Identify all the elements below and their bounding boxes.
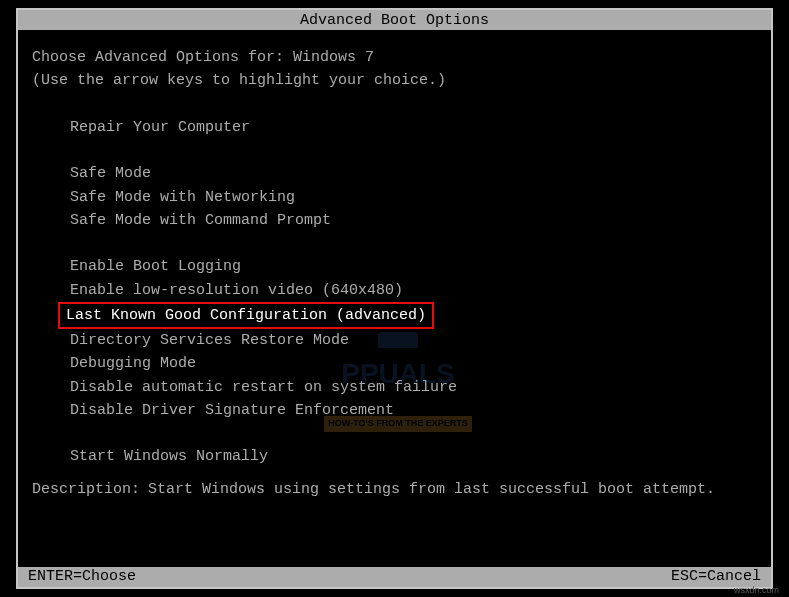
option-safe-mode-networking[interactable]: Safe Mode with Networking	[70, 186, 295, 209]
spacer	[32, 232, 757, 255]
option-safe-mode-command-prompt[interactable]: Safe Mode with Command Prompt	[70, 209, 331, 232]
source-tag: wsxdn.com	[734, 585, 779, 595]
status-enter: ENTER=Choose	[28, 567, 136, 587]
content-area: Choose Advanced Options for: Windows 7 (…	[18, 32, 771, 567]
intro-line-2: (Use the arrow keys to highlight your ch…	[32, 69, 757, 92]
boot-options-window: Advanced Boot Options Choose Advanced Op…	[16, 8, 773, 589]
option-disable-auto-restart[interactable]: Disable automatic restart on system fail…	[70, 376, 457, 399]
option-start-windows-normally[interactable]: Start Windows Normally	[70, 445, 268, 468]
description-label: Description:	[32, 478, 148, 501]
option-low-resolution-video[interactable]: Enable low-resolution video (640x480)	[70, 279, 403, 302]
spacer	[32, 139, 757, 162]
window-title: Advanced Boot Options	[18, 10, 771, 32]
intro-os: Windows 7	[293, 49, 374, 66]
option-last-known-good-configuration[interactable]: Last Known Good Configuration (advanced)	[58, 302, 434, 329]
option-directory-services-restore[interactable]: Directory Services Restore Mode	[70, 329, 349, 352]
option-safe-mode[interactable]: Safe Mode	[70, 162, 151, 185]
description-text: Start Windows using settings from last s…	[148, 478, 757, 501]
spacer	[32, 422, 757, 445]
status-esc: ESC=Cancel	[671, 567, 761, 587]
option-debugging-mode[interactable]: Debugging Mode	[70, 352, 196, 375]
option-disable-driver-signature[interactable]: Disable Driver Signature Enforcement	[70, 399, 394, 422]
description-row: Description: Start Windows using setting…	[32, 478, 757, 501]
option-enable-boot-logging[interactable]: Enable Boot Logging	[70, 255, 241, 278]
spacer	[32, 93, 757, 116]
option-repair-computer[interactable]: Repair Your Computer	[70, 116, 250, 139]
intro-line-1: Choose Advanced Options for: Windows 7	[32, 46, 757, 69]
intro-prefix: Choose Advanced Options for:	[32, 49, 293, 66]
status-bar: ENTER=Choose ESC=Cancel	[18, 567, 771, 587]
